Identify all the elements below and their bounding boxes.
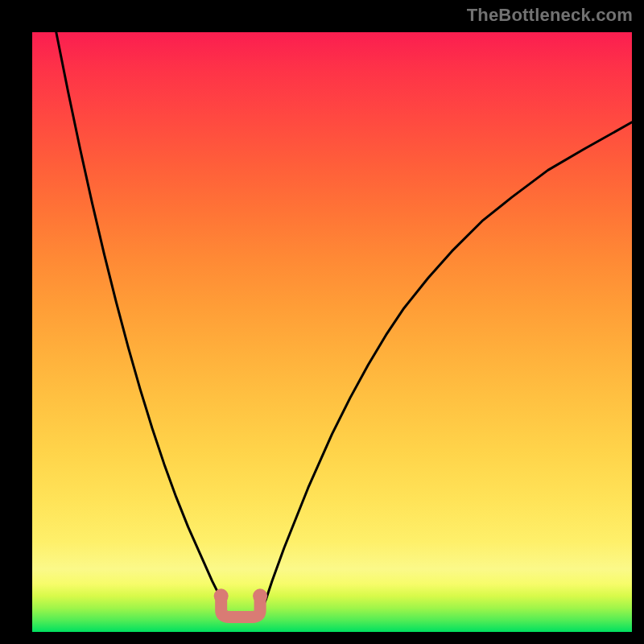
svg-point-1 — [253, 588, 267, 603]
floor-marker — [214, 588, 267, 617]
chart-frame: TheBottleneck.com — [0, 0, 644, 644]
watermark-text: TheBottleneck.com — [467, 5, 633, 26]
curve-layer — [32, 32, 632, 632]
bottleneck-curve — [56, 32, 632, 614]
plot-area — [32, 32, 632, 632]
svg-point-0 — [214, 588, 229, 603]
